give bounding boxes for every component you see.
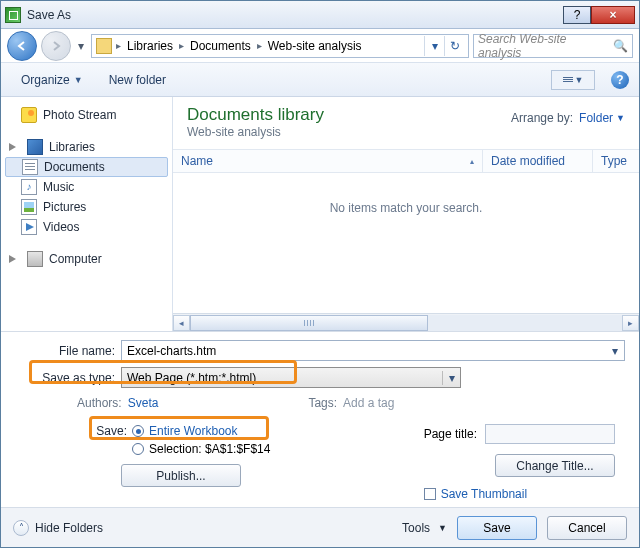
filename-input[interactable]: Excel-charts.htm ▾	[121, 340, 625, 361]
help-button[interactable]: ?	[563, 6, 591, 24]
column-headers: Name▴ Date modified Type	[173, 149, 639, 173]
computer-icon	[27, 251, 43, 267]
sidebar-item-libraries[interactable]: Libraries	[1, 137, 172, 157]
new-folder-button[interactable]: New folder	[99, 69, 176, 91]
filename-form: File name: Excel-charts.htm ▾ Save as ty…	[1, 332, 639, 394]
sort-arrow-icon: ▴	[470, 157, 474, 166]
chevron-right-icon[interactable]: ▸	[255, 40, 264, 51]
library-subtitle: Web-site analysis	[187, 125, 324, 139]
content-pane: Documents library Web-site analysis Arra…	[173, 97, 639, 331]
save-thumbnail-checkbox[interactable]: Save Thumbnail	[424, 487, 615, 501]
breadcrumb[interactable]: Libraries	[125, 39, 175, 53]
tools-dropdown[interactable]: Tools▼	[402, 521, 447, 535]
arrange-by-label: Arrange by:	[511, 111, 573, 125]
save-selection-radio[interactable]: Selection: $A$1:$F$14	[51, 442, 311, 456]
view-options-button[interactable]: ▼	[551, 70, 595, 90]
empty-list-message: No items match your search.	[173, 173, 639, 313]
save-options-row: Save: Entire Workbook Selection: $A$1:$F…	[1, 420, 639, 507]
tags-value[interactable]: Add a tag	[343, 396, 394, 410]
column-name[interactable]: Name▴	[173, 150, 483, 172]
forward-button[interactable]	[41, 31, 71, 61]
sidebar: Photo Stream Libraries Documents Music P…	[1, 97, 173, 331]
scroll-left-button[interactable]: ◂	[173, 315, 190, 331]
scroll-thumb[interactable]	[190, 315, 428, 331]
sidebar-item-music[interactable]: Music	[1, 177, 172, 197]
address-bar[interactable]: ▸ Libraries ▸ Documents ▸ Web-site analy…	[91, 34, 469, 58]
saveastype-dropdown[interactable]: Web Page (*.htm;*.html) ▾	[121, 367, 461, 388]
breadcrumb[interactable]: Web-site analysis	[266, 39, 364, 53]
chevron-down-icon[interactable]: ▾	[442, 371, 460, 385]
videos-icon	[21, 219, 37, 235]
tags-label: Tags:	[308, 396, 337, 410]
save-entire-radio[interactable]: Save: Entire Workbook	[51, 424, 311, 438]
toolbar: Organize▼ New folder ▼ ?	[1, 63, 639, 97]
search-icon: 🔍	[613, 39, 628, 53]
cancel-button[interactable]: Cancel	[547, 516, 627, 540]
sidebar-item-photostream[interactable]: Photo Stream	[1, 105, 172, 125]
radio-icon	[132, 443, 144, 455]
publish-button[interactable]: Publish...	[121, 464, 241, 487]
libraries-icon	[27, 139, 43, 155]
pictures-icon	[21, 199, 37, 215]
refresh-button[interactable]: ↻	[444, 36, 464, 56]
address-dropdown[interactable]: ▾	[424, 36, 444, 56]
sidebar-item-documents[interactable]: Documents	[5, 157, 168, 177]
pagetitle-input[interactable]	[485, 424, 615, 444]
save-as-dialog: Save As ? × ▾ ▸ Libraries ▸ Documents ▸ …	[0, 0, 640, 548]
close-button[interactable]: ×	[591, 6, 635, 24]
search-input[interactable]: Search Web-site analysis 🔍	[473, 34, 633, 58]
organize-button[interactable]: Organize▼	[11, 69, 93, 91]
column-type[interactable]: Type	[593, 150, 639, 172]
metadata-row: Authors: Sveta Tags: Add a tag	[1, 394, 639, 420]
chevron-up-icon: ˄	[13, 520, 29, 536]
arrange-by-dropdown[interactable]: Folder▼	[579, 111, 625, 125]
pagetitle-label: Page title:	[424, 427, 477, 441]
help-icon[interactable]: ?	[611, 71, 629, 89]
authors-label: Authors:	[77, 396, 122, 410]
music-icon	[21, 179, 37, 195]
excel-icon	[5, 7, 21, 23]
photostream-icon	[21, 107, 37, 123]
checkbox-icon	[424, 488, 436, 500]
change-title-button[interactable]: Change Title...	[495, 454, 615, 477]
back-button[interactable]	[7, 31, 37, 61]
window-title: Save As	[27, 8, 71, 22]
chevron-right-icon[interactable]: ▸	[114, 40, 123, 51]
save-button[interactable]: Save	[457, 516, 537, 540]
folder-icon	[96, 38, 112, 54]
sidebar-item-computer[interactable]: Computer	[1, 249, 172, 269]
chevron-down-icon[interactable]: ▾	[606, 344, 624, 358]
documents-icon	[22, 159, 38, 175]
library-title: Documents library	[187, 105, 324, 125]
saveastype-label: Save as type:	[15, 371, 115, 385]
titlebar: Save As ? ×	[1, 1, 639, 29]
radio-icon	[132, 425, 144, 437]
scroll-right-button[interactable]: ▸	[622, 315, 639, 331]
horizontal-scrollbar[interactable]: ◂ ▸	[173, 313, 639, 331]
column-date[interactable]: Date modified	[483, 150, 593, 172]
sidebar-item-pictures[interactable]: Pictures	[1, 197, 172, 217]
chevron-right-icon[interactable]: ▸	[177, 40, 186, 51]
footer: ˄ Hide Folders Tools▼ Save Cancel	[1, 507, 639, 547]
nav-row: ▾ ▸ Libraries ▸ Documents ▸ Web-site ana…	[1, 29, 639, 63]
hide-folders-button[interactable]: ˄ Hide Folders	[13, 520, 103, 536]
breadcrumb[interactable]: Documents	[188, 39, 253, 53]
authors-value[interactable]: Sveta	[128, 396, 159, 410]
filename-label: File name:	[15, 344, 115, 358]
nav-history-dropdown[interactable]: ▾	[75, 39, 87, 53]
sidebar-item-videos[interactable]: Videos	[1, 217, 172, 237]
